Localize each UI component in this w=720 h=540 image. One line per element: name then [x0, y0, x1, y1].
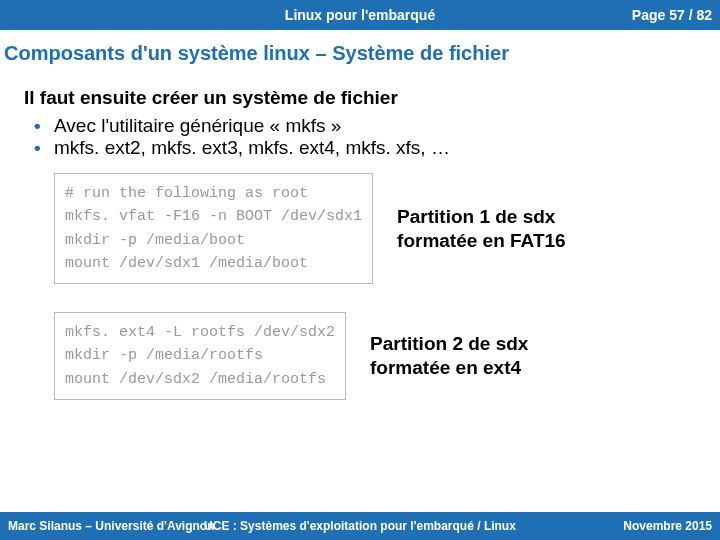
code-box-1: # run the following as root mkfs. vfat -…	[54, 173, 373, 284]
code-line: mkdir -p /media/rootfs	[65, 344, 335, 367]
code-line: mkfs. ext4 -L rootfs /dev/sdx2	[65, 321, 335, 344]
header-page: Page 57 / 82	[632, 7, 712, 23]
header-title: Linux pour l'embarqué	[285, 7, 435, 23]
code-caption-1: Partition 1 de sdx formatée en FAT16	[397, 205, 566, 253]
code-box-2: mkfs. ext4 -L rootfs /dev/sdx2 mkdir -p …	[54, 312, 346, 400]
code-line: mount /dev/sdx2 /media/rootfs	[65, 368, 335, 391]
footer-bar: Marc Silanus – Université d'Avignon UCE …	[0, 512, 720, 540]
bullet-list: Avec l'utilitaire générique « mkfs » mkf…	[24, 115, 696, 159]
code-line: mkfs. vfat -F16 -n BOOT /dev/sdx1	[65, 205, 362, 228]
bullet-item: Avec l'utilitaire générique « mkfs »	[54, 115, 696, 137]
footer-center: UCE : Systèmes d'exploitation pour l'emb…	[204, 519, 516, 533]
section-title: Composants d'un système linux – Système …	[0, 30, 720, 69]
caption-line: Partition 1 de sdx	[397, 205, 566, 229]
footer-right: Novembre 2015	[623, 519, 712, 533]
content: Il faut ensuite créer un système de fich…	[0, 69, 720, 400]
bullet-item: mkfs. ext2, mkfs. ext3, mkfs. ext4, mkfs…	[54, 137, 696, 159]
caption-line: Partition 2 de sdx	[370, 332, 528, 356]
intro-text: Il faut ensuite créer un système de fich…	[24, 87, 696, 109]
code-line: mkdir -p /media/boot	[65, 229, 362, 252]
header-bar: Linux pour l'embarqué Page 57 / 82	[0, 0, 720, 30]
code-caption-2: Partition 2 de sdx formatée en ext4	[370, 332, 528, 380]
footer-left: Marc Silanus – Université d'Avignon	[8, 519, 214, 533]
caption-line: formatée en ext4	[370, 356, 528, 380]
code-line: mount /dev/sdx1 /media/boot	[65, 252, 362, 275]
caption-line: formatée en FAT16	[397, 229, 566, 253]
code-row-1: # run the following as root mkfs. vfat -…	[54, 173, 696, 284]
code-row-2: mkfs. ext4 -L rootfs /dev/sdx2 mkdir -p …	[54, 312, 696, 400]
code-line: # run the following as root	[65, 182, 362, 205]
